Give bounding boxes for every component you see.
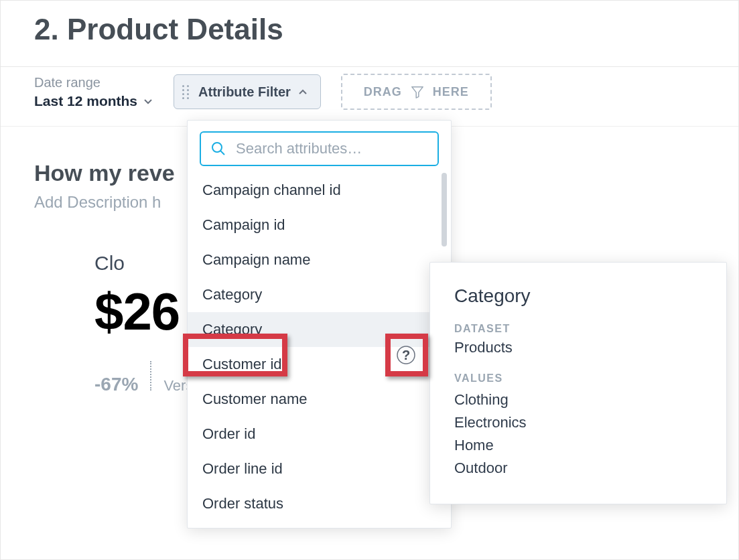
info-value-item: Clothing — [454, 389, 702, 411]
attribute-info-panel: Category DATASET Products VALUES Clothin… — [429, 262, 727, 504]
svg-text:?: ? — [402, 348, 410, 362]
attribute-option[interactable]: Campaign channel id — [188, 173, 451, 208]
date-range-filter[interactable]: Date range Last 12 months — [34, 75, 153, 109]
attribute-option[interactable]: Order line id — [188, 451, 451, 486]
attribute-option[interactable]: Category — [188, 277, 451, 312]
attribute-option[interactable]: Category — [188, 312, 451, 347]
attribute-dropdown: Campaign channel idCampaign idCampaign n… — [187, 120, 452, 529]
info-title: Category — [454, 285, 702, 307]
drag-here-text-right: HERE — [433, 85, 469, 99]
info-value-item: Outdoor — [454, 457, 702, 480]
chevron-up-icon — [297, 86, 308, 97]
svg-point-0 — [212, 143, 222, 152]
attribute-option[interactable]: Customer name — [188, 382, 451, 417]
attribute-search-box[interactable] — [200, 131, 439, 166]
date-range-label: Date range — [34, 75, 153, 90]
info-value-item: Home — [454, 434, 702, 457]
kpi-delta-percent: -67% — [94, 374, 138, 395]
date-range-value: Last 12 months — [34, 93, 137, 109]
funnel-icon — [410, 84, 425, 99]
attribute-filter-label: Attribute Filter — [198, 84, 291, 100]
attribute-search-input[interactable] — [234, 139, 428, 158]
info-dataset-value: Products — [454, 339, 702, 356]
filter-bar: Date range Last 12 months Attribute Filt… — [1, 67, 738, 127]
svg-line-1 — [220, 151, 224, 155]
attribute-option[interactable]: Campaign name — [188, 242, 451, 277]
info-dataset-heading: DATASET — [454, 323, 702, 335]
attribute-filter-button[interactable]: Attribute Filter — [174, 74, 321, 109]
attribute-option[interactable]: Campaign id — [188, 208, 451, 242]
info-values-heading: VALUES — [454, 372, 702, 384]
info-value-item: Electronics — [454, 411, 702, 434]
drag-here-text-left: DRAG — [364, 85, 402, 99]
chevron-down-icon — [143, 96, 153, 107]
attribute-option[interactable]: Order id — [188, 417, 451, 451]
info-values-list: ClothingElectronicsHomeOutdoor — [454, 389, 702, 480]
attribute-option[interactable]: Order status — [188, 486, 451, 521]
drag-here-dropzone[interactable]: DRAG HERE — [341, 74, 492, 110]
search-icon — [210, 141, 226, 157]
divider — [150, 361, 151, 391]
help-icon[interactable]: ? — [396, 345, 416, 365]
drag-handle-icon — [182, 83, 192, 100]
page-title: 2. Product Details — [34, 13, 705, 46]
section-header: 2. Product Details — [1, 1, 738, 67]
